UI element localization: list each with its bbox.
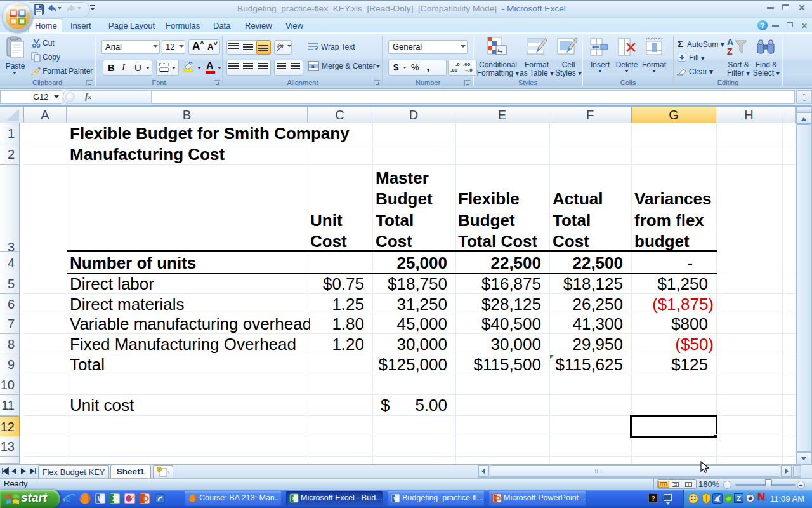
svg-text:a: a <box>311 64 315 69</box>
svg-text:⇆: ⇆ <box>497 48 502 54</box>
svg-text:W: W <box>98 495 104 502</box>
svg-text:A: A <box>727 37 733 47</box>
svg-text:X: X <box>292 495 296 502</box>
svg-text:X: X <box>112 495 117 502</box>
svg-text:W: W <box>393 495 398 502</box>
svg-text:Z: Z <box>727 46 733 57</box>
